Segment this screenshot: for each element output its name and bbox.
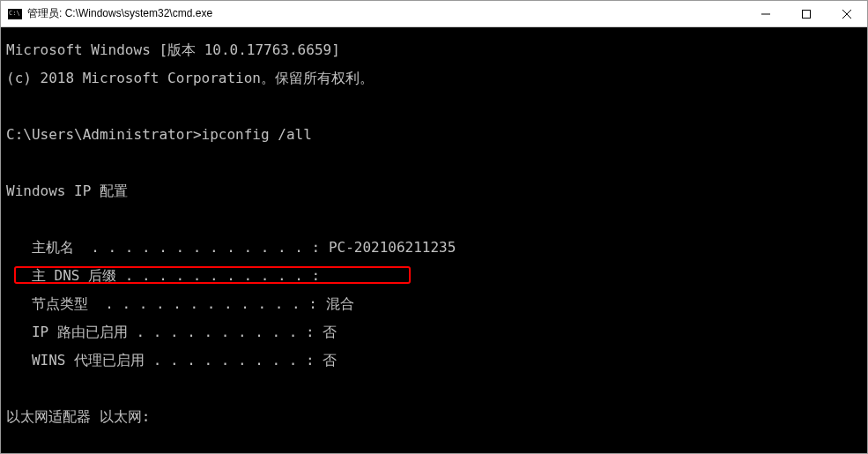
- label: 节点类型 . . . . . . . . . . . . :: [6, 295, 326, 312]
- blank-line: [6, 382, 862, 396]
- blank-line: [6, 212, 862, 227]
- config-row-wins-proxy: WINS 代理已启用 . . . . . . . . . : 否: [6, 354, 862, 368]
- label: 主机名 . . . . . . . . . . . . . :: [6, 239, 329, 256]
- window-titlebar: 管理员: C:\Windows\system32\cmd.exe: [1, 1, 867, 27]
- window-controls: [746, 1, 867, 26]
- terminal-output[interactable]: Microsoft Windows [版本 10.0.17763.6659] (…: [1, 27, 867, 453]
- cmd-icon: [8, 9, 22, 19]
- label: WINS 代理已启用 . . . . . . . . . :: [6, 352, 323, 368]
- copyright-line: (c) 2018 Microsoft Corporation。保留所有权利。: [6, 71, 862, 86]
- prompt-path: C:\Users\Administrator>: [6, 126, 202, 143]
- blank-line: [6, 100, 862, 114]
- svg-rect-1: [803, 10, 811, 18]
- config-row-nodetype: 节点类型 . . . . . . . . . . . . : 混合: [6, 297, 862, 311]
- prompt-command: ipconfig /all: [202, 126, 312, 143]
- value: 混合: [326, 295, 354, 312]
- window-title: 管理员: C:\Windows\system32\cmd.exe: [27, 6, 746, 21]
- prompt-line: C:\Users\Administrator>ipconfig /all: [6, 128, 862, 142]
- config-row-hostname: 主机名 . . . . . . . . . . . . . : PC-20210…: [6, 241, 862, 255]
- value: 否: [323, 352, 337, 368]
- section-header: Windows IP 配置: [6, 184, 862, 198]
- maximize-button[interactable]: [786, 1, 827, 26]
- value: 否: [323, 324, 337, 340]
- section-header-adapter: 以太网适配器 以太网:: [6, 410, 862, 424]
- blank-line: [6, 438, 862, 452]
- config-row-primary-dns-suffix: 主 DNS 后缀 . . . . . . . . . . . :: [6, 269, 862, 283]
- config-row-ip-routing: IP 路由已启用 . . . . . . . . . . : 否: [6, 325, 862, 339]
- version-line: Microsoft Windows [版本 10.0.17763.6659]: [6, 43, 862, 57]
- label: IP 路由已启用 . . . . . . . . . . :: [6, 324, 323, 340]
- minimize-button[interactable]: [746, 1, 786, 26]
- blank-line: [6, 156, 862, 170]
- value: PC-202106211235: [329, 239, 456, 256]
- close-button[interactable]: [827, 1, 867, 26]
- label: 主 DNS 后缀 . . . . . . . . . . . :: [6, 267, 329, 284]
